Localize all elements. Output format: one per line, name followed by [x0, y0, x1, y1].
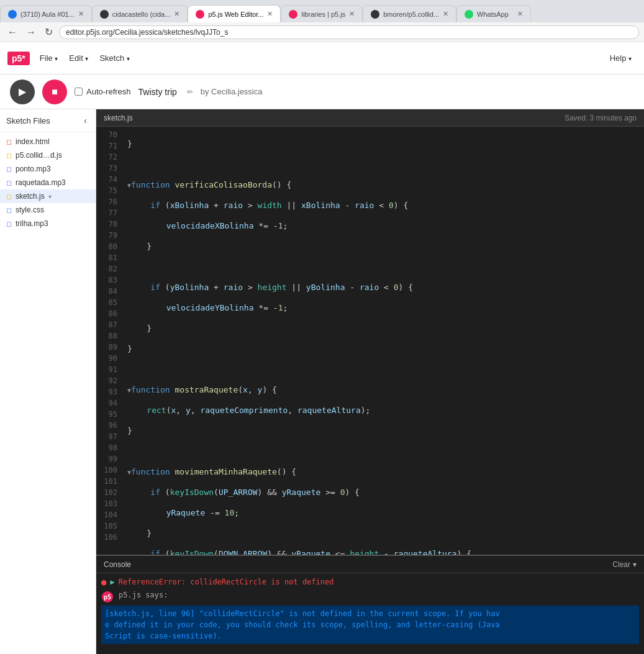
- file-list: ◻ index.html ◻ p5.collid…d.js ◻ ponto.mp…: [0, 132, 96, 654]
- run-bar: ▶ ■ Auto-refresh Twisty trip ✏ by Cecili…: [0, 75, 644, 109]
- code-line-79: }: [127, 323, 639, 334]
- code-line-90: ▼ if (keyIsDown(DOWN_ARROW) && yRaquete …: [127, 548, 639, 555]
- ln-97: 97: [96, 431, 117, 442]
- file-item-index-html[interactable]: ◻ index.html: [0, 135, 96, 148]
- tab-3-close[interactable]: ✕: [267, 10, 273, 18]
- sketch-menu[interactable]: Sketch ▾: [94, 51, 134, 65]
- tab-4-close[interactable]: ✕: [349, 10, 355, 18]
- code-line-87: ▼ if (keyIsDown(UP_ARROW) && yRaquete >=…: [127, 487, 639, 498]
- sidebar-header: Sketch Files ‹: [0, 109, 96, 132]
- auto-refresh-checkbox[interactable]: [75, 88, 83, 96]
- p5-says-section: p5 p5.js says:: [101, 588, 639, 606]
- tab-2[interactable]: cidacastello (cida... ✕: [92, 5, 188, 22]
- code-line-81: [127, 364, 639, 375]
- editor-filename: sketch.js: [104, 114, 133, 122]
- code-line-74: velocidadeXBolinha *= -1;: [127, 220, 639, 232]
- editor-area: sketch.js Saved: 3 minutes ago 70 71 72 …: [96, 109, 644, 654]
- ln-84: 84: [96, 286, 117, 297]
- p5-tab-icon: [196, 10, 204, 19]
- file-item-ponto-mp3[interactable]: ◻ ponto.mp3: [0, 162, 96, 176]
- file-item-sketch-js[interactable]: ◻ sketch.js ▾: [0, 189, 96, 203]
- app: p5* File ▾ Edit ▾ Sketch ▾ Help ▾ ▶ ■ Au…: [0, 42, 644, 654]
- help-menu[interactable]: Help ▾: [605, 51, 637, 65]
- ln-85: 85: [96, 297, 117, 308]
- sketch-name: Twisty trip: [138, 87, 177, 97]
- file-name-sketch: sketch.js: [16, 192, 45, 201]
- ln-96: 96: [96, 420, 117, 431]
- editor-header: sketch.js Saved: 3 minutes ago: [96, 109, 644, 127]
- tab-6-whatsapp[interactable]: WhatsApp ✕: [456, 5, 531, 22]
- tab-1-close[interactable]: ✕: [78, 10, 84, 18]
- ln-102: 102: [96, 487, 117, 498]
- ln-94: 94: [96, 397, 117, 409]
- ln-86: 86: [96, 308, 117, 319]
- tab-1[interactable]: (3710) Aula #01... ✕: [0, 5, 92, 22]
- ln-75: 75: [96, 185, 117, 196]
- ln-74: 74: [96, 174, 117, 185]
- mp3-file-icon-ponto: ◻: [6, 165, 12, 173]
- sidebar-collapse-button[interactable]: ‹: [81, 114, 89, 127]
- chrome-tab-icon: [8, 10, 17, 19]
- tab-3[interactable]: p5.js Web Editor... ✕: [188, 5, 281, 22]
- line-numbers: 70 71 72 73 74 75 76 77 78 79 80 81 82 8…: [96, 127, 122, 555]
- p5-says-icon: p5: [101, 591, 114, 603]
- file-item-p5-collidd[interactable]: ◻ p5.collid…d.js: [0, 148, 96, 162]
- edit-menu[interactable]: Edit ▾: [64, 51, 93, 65]
- code-line-72: ▼function verificaColisaoBorda() {: [127, 179, 639, 191]
- console-body[interactable]: ● ▶ ReferenceError: collideRectCircle is…: [96, 573, 644, 654]
- file-menu[interactable]: File ▾: [35, 51, 63, 65]
- play-button[interactable]: ▶: [10, 79, 35, 104]
- ln-104: 104: [96, 509, 117, 520]
- p5-logo: p5*: [7, 52, 30, 65]
- mp3-file-icon-trilha: ◻: [6, 220, 12, 228]
- back-button[interactable]: ←: [5, 25, 20, 39]
- tab-4-label: libraries | p5.js: [301, 11, 345, 18]
- ln-95: 95: [96, 409, 117, 420]
- code-line-76: [127, 261, 639, 273]
- ln-87: 87: [96, 319, 117, 330]
- sketch-expand-arrow: ▾: [48, 193, 52, 200]
- forward-button[interactable]: →: [24, 25, 39, 39]
- sidebar: Sketch Files ‹ ◻ index.html ◻ p5.collid……: [0, 109, 96, 654]
- file-name-raquetada: raquetada.mp3: [16, 178, 66, 187]
- help-menu-arrow: ▾: [628, 55, 632, 62]
- svg-text:p5: p5: [104, 594, 111, 601]
- reload-button[interactable]: ↻: [42, 25, 55, 39]
- console-clear-button[interactable]: Clear ▾: [612, 560, 637, 569]
- console-clear-icon: ▾: [633, 560, 637, 569]
- stop-button[interactable]: ■: [42, 79, 67, 104]
- whatsapp-tab-icon: [465, 10, 473, 19]
- file-item-style-css[interactable]: ◻ style.css: [0, 203, 96, 217]
- ln-91: 91: [96, 364, 117, 375]
- file-name-index-html: index.html: [16, 137, 50, 146]
- tab-6-close[interactable]: ✕: [517, 10, 523, 18]
- file-name-p5-collid: p5.collid…d.js: [16, 151, 62, 160]
- ln-100: 100: [96, 465, 117, 476]
- console-clear-label: Clear: [612, 560, 630, 569]
- ln-71: 71: [96, 140, 117, 152]
- run-triangle-icon: ▶: [110, 578, 114, 586]
- sidebar-title: Sketch Files: [6, 116, 50, 125]
- author-label: by Cecilia.jessica: [201, 87, 263, 96]
- code-editor[interactable]: 70 71 72 73 74 75 76 77 78 79 80 81 82 8…: [96, 127, 644, 555]
- tab-4[interactable]: libraries | p5.js ✕: [281, 5, 363, 22]
- ln-81: 81: [96, 252, 117, 263]
- sketch-menu-arrow: ▾: [127, 55, 130, 62]
- main-content: Sketch Files ‹ ◻ index.html ◻ p5.collid……: [0, 109, 644, 654]
- code-line-73: ▼ if (xBolinha + raio > width || xBolinh…: [127, 200, 639, 211]
- tab-5-close[interactable]: ✕: [443, 10, 448, 18]
- auto-refresh-text: Auto-refresh: [86, 87, 131, 96]
- code-content[interactable]: } ▼function verificaColisaoBorda() { ▼ i…: [122, 127, 644, 555]
- github-tab-icon-5: [371, 10, 379, 19]
- file-item-raquetada[interactable]: ◻ raquetada.mp3: [0, 176, 96, 189]
- edit-pencil-icon[interactable]: ✏: [187, 88, 193, 96]
- tab-5[interactable]: bmoren/p5.collid... ✕: [363, 5, 456, 22]
- file-item-trilha-mp3[interactable]: ◻ trilha.mp3: [0, 217, 96, 230]
- ln-77: 77: [96, 207, 117, 219]
- ln-90: 90: [96, 353, 117, 364]
- tab-2-close[interactable]: ✕: [174, 10, 179, 18]
- address-bar[interactable]: [59, 25, 639, 39]
- file-name-trilha: trilha.mp3: [16, 219, 48, 228]
- tab-6-label: WhatsApp: [477, 11, 514, 18]
- ln-76: 76: [96, 196, 117, 207]
